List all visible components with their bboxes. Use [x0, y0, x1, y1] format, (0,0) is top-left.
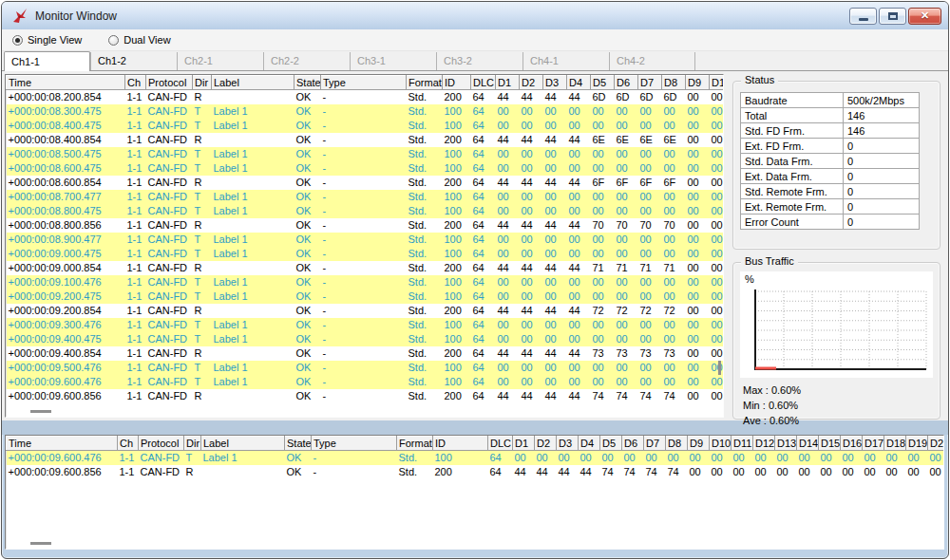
- column-header-d3[interactable]: D3: [543, 76, 567, 90]
- minimize-button[interactable]: [849, 8, 877, 25]
- message-row[interactable]: +000:00:08.800.4751-1CAN-FDTLabel 1OK-St…: [7, 204, 725, 218]
- column-header-d8[interactable]: D8: [666, 437, 688, 451]
- column-header-protocol[interactable]: Protocol: [139, 437, 184, 451]
- column-header-state[interactable]: State: [294, 76, 321, 90]
- column-header-state[interactable]: State: [285, 437, 312, 451]
- column-header-d18[interactable]: D18: [884, 437, 906, 451]
- column-header-d2[interactable]: D2: [520, 76, 543, 90]
- column-header-d16[interactable]: D16: [841, 437, 863, 451]
- column-header-type[interactable]: Type: [321, 76, 407, 90]
- status-value: 146: [844, 108, 920, 123]
- column-header-d12[interactable]: D12: [753, 437, 775, 451]
- column-header-d15[interactable]: D15: [819, 437, 841, 451]
- message-row[interactable]: +000:00:08.500.4751-1CAN-FDTLabel 1OK-St…: [7, 147, 725, 161]
- column-header-label[interactable]: Label: [201, 437, 285, 451]
- column-header-id[interactable]: ID: [443, 76, 471, 90]
- column-header-d4[interactable]: D4: [579, 437, 600, 451]
- message-row[interactable]: +000:00:08.200.8541-1CAN-FDROK-Std.20064…: [7, 90, 725, 104]
- message-row[interactable]: +000:00:09.100.4761-1CAN-FDTLabel 1OK-St…: [7, 275, 725, 289]
- column-header-d8[interactable]: D8: [662, 76, 686, 90]
- cell: 73: [638, 346, 662, 361]
- tab-ch3-1[interactable]: Ch3-1: [350, 52, 436, 70]
- message-row[interactable]: +000:00:09.600.8561-1CAN-FDROK-Std.20064…: [7, 465, 945, 479]
- tab-ch2-1[interactable]: Ch2-1: [177, 52, 263, 70]
- horizontal-scroll-thumb[interactable]: [30, 542, 51, 545]
- cell: 00: [797, 451, 819, 465]
- column-header-d20[interactable]: D20: [928, 437, 945, 451]
- message-row[interactable]: +000:00:09.600.4761-1CAN-FDTLabel 1OK-St…: [7, 451, 945, 465]
- column-header-d10[interactable]: D10: [710, 437, 732, 451]
- radio-single-view[interactable]: Single View: [12, 34, 82, 46]
- message-row[interactable]: +000:00:09.200.8541-1CAN-FDROK-Std.20064…: [7, 304, 725, 318]
- column-header-time[interactable]: Time: [7, 437, 118, 451]
- maximize-button[interactable]: [879, 8, 906, 25]
- column-header-protocol[interactable]: Protocol: [146, 76, 193, 90]
- column-header-ch[interactable]: Ch: [125, 76, 146, 90]
- message-row[interactable]: +000:00:08.300.4751-1CAN-FDTLabel 1OK-St…: [7, 104, 725, 119]
- column-header-d6[interactable]: D6: [622, 437, 644, 451]
- column-header-id[interactable]: ID: [433, 437, 488, 451]
- vertical-scroll-thumb[interactable]: [718, 361, 721, 375]
- message-row[interactable]: +000:00:09.000.8541-1CAN-FDROK-Std.20064…: [7, 261, 725, 275]
- column-header-format[interactable]: Format: [407, 76, 443, 90]
- message-row[interactable]: +000:00:08.600.4751-1CAN-FDTLabel 1OK-St…: [7, 161, 725, 176]
- column-header-d17[interactable]: D17: [863, 437, 884, 451]
- column-header-dir[interactable]: Dir: [193, 76, 212, 90]
- column-header-dlc[interactable]: DLC: [488, 437, 513, 451]
- message-row[interactable]: +000:00:09.400.8541-1CAN-FDROK-Std.20064…: [7, 346, 725, 361]
- column-header-d6[interactable]: D6: [615, 76, 638, 90]
- column-header-dlc[interactable]: DLC: [471, 76, 496, 90]
- tab-ch1-2[interactable]: Ch1-2: [90, 52, 177, 70]
- message-row[interactable]: +000:00:08.600.8541-1CAN-FDROK-Std.20064…: [7, 176, 725, 190]
- column-header-d14[interactable]: D14: [797, 437, 819, 451]
- cell: 00: [520, 147, 543, 161]
- column-header-time[interactable]: Time: [7, 76, 125, 90]
- radio-dual-view[interactable]: Dual View: [108, 34, 170, 46]
- column-header-d1[interactable]: D1: [496, 76, 520, 90]
- column-header-d3[interactable]: D3: [557, 437, 579, 451]
- message-row[interactable]: +000:00:09.600.4761-1CAN-FDTLabel 1OK-St…: [7, 375, 725, 389]
- column-header-d7[interactable]: D7: [644, 437, 666, 451]
- cell: 00: [520, 104, 543, 119]
- column-header-d7[interactable]: D7: [638, 76, 662, 90]
- tab-ch4-2[interactable]: Ch4-2: [609, 52, 695, 70]
- horizontal-scroll-thumb[interactable]: [30, 410, 51, 413]
- cell: 00: [710, 304, 725, 318]
- column-header-d5[interactable]: D5: [600, 437, 622, 451]
- column-header-d13[interactable]: D13: [775, 437, 797, 451]
- tab-ch1-1[interactable]: Ch1-1: [4, 51, 90, 71]
- cell: +000:00:09.100.476: [7, 275, 125, 289]
- column-header-d1[interactable]: D1: [513, 437, 535, 451]
- status-value: 146: [844, 123, 920, 139]
- column-header-d19[interactable]: D19: [906, 437, 928, 451]
- message-row[interactable]: +000:00:09.200.4751-1CAN-FDTLabel 1OK-St…: [7, 289, 725, 304]
- message-row[interactable]: +000:00:09.400.4751-1CAN-FDTLabel 1OK-St…: [7, 332, 725, 346]
- column-header-type[interactable]: Type: [312, 437, 397, 451]
- cell: 00: [496, 318, 520, 332]
- message-row[interactable]: +000:00:09.600.8561-1CAN-FDROK-Std.20064…: [7, 389, 725, 403]
- column-header-d4[interactable]: D4: [567, 76, 591, 90]
- column-header-d10[interactable]: D10: [710, 76, 725, 90]
- column-header-format[interactable]: Format: [397, 437, 433, 451]
- message-row[interactable]: +000:00:08.900.4771-1CAN-FDTLabel 1OK-St…: [7, 233, 725, 247]
- column-header-d9[interactable]: D9: [688, 437, 710, 451]
- message-row[interactable]: +000:00:08.700.4771-1CAN-FDTLabel 1OK-St…: [7, 190, 725, 204]
- tab-ch3-2[interactable]: Ch3-2: [436, 52, 522, 70]
- column-header-d11[interactable]: D11: [732, 437, 753, 451]
- close-button[interactable]: ✕: [908, 8, 941, 25]
- message-row[interactable]: +000:00:08.400.8541-1CAN-FDROK-Std.20064…: [7, 133, 725, 147]
- tab-ch2-2[interactable]: Ch2-2: [263, 52, 350, 70]
- message-row[interactable]: +000:00:09.500.4761-1CAN-FDTLabel 1OK-St…: [7, 361, 725, 375]
- message-row[interactable]: +000:00:09.300.4761-1CAN-FDTLabel 1OK-St…: [7, 318, 725, 332]
- message-row[interactable]: +000:00:08.400.4751-1CAN-FDTLabel 1OK-St…: [7, 119, 725, 133]
- column-header-dir[interactable]: Dir: [184, 437, 201, 451]
- message-row[interactable]: +000:00:08.800.8561-1CAN-FDROK-Std.20064…: [7, 218, 725, 233]
- message-row[interactable]: +000:00:09.000.4751-1CAN-FDTLabel 1OK-St…: [7, 247, 725, 261]
- column-header-d2[interactable]: D2: [535, 437, 557, 451]
- column-header-label[interactable]: Label: [212, 76, 294, 90]
- cell: 00: [710, 261, 725, 275]
- column-header-d9[interactable]: D9: [686, 76, 710, 90]
- column-header-ch[interactable]: Ch: [118, 437, 139, 451]
- column-header-d5[interactable]: D5: [591, 76, 615, 90]
- tab-ch4-1[interactable]: Ch4-1: [522, 52, 609, 70]
